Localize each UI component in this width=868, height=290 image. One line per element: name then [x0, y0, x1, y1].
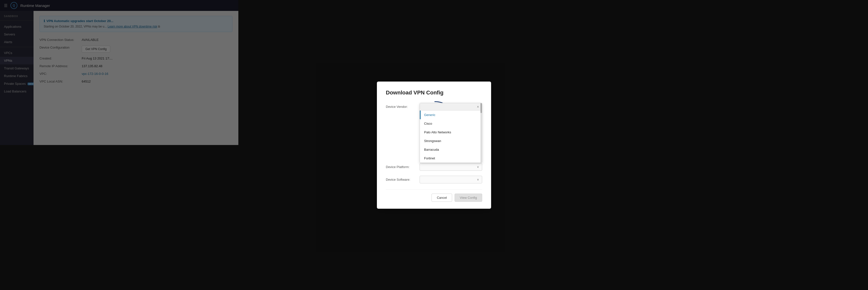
modal-backdrop[interactable]: Download VPN Config Device Vendor: — [0, 0, 238, 145]
